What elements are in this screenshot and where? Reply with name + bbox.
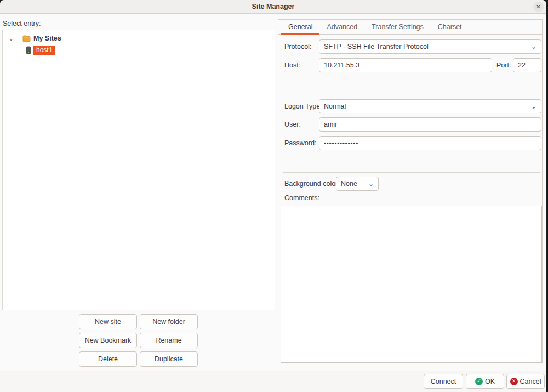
server-icon bbox=[26, 46, 31, 54]
cancel-x-icon: ✕ bbox=[510, 378, 518, 385]
protocol-select-value: SFTP - SSH File Transfer Protocol bbox=[324, 43, 429, 50]
tab-general[interactable]: General bbox=[281, 20, 319, 34]
new-site-button[interactable]: New site bbox=[79, 314, 137, 329]
connect-button[interactable]: Connect bbox=[424, 374, 463, 389]
tab-bar: General Advanced Transfer Settings Chars… bbox=[278, 20, 542, 35]
tree-item-label-my-sites: My Sites bbox=[33, 35, 61, 42]
chevron-down-icon[interactable]: ⌄ bbox=[7, 36, 15, 41]
tab-transfer-settings[interactable]: Transfer Settings bbox=[364, 20, 431, 34]
settings-notebook: General Advanced Transfer Settings Chars… bbox=[278, 19, 543, 363]
new-folder-button[interactable]: New folder bbox=[140, 314, 198, 329]
rename-button[interactable]: Rename bbox=[140, 333, 198, 348]
cancel-button-label: Cancel bbox=[520, 378, 541, 385]
host-input[interactable] bbox=[319, 58, 492, 72]
window-title: Site Manager bbox=[252, 3, 295, 10]
tree-item-label-host1[interactable]: host1 bbox=[33, 46, 55, 55]
background-color-select-value: None bbox=[341, 180, 357, 188]
titlebar: Site Manager ✕ bbox=[0, 0, 546, 14]
chevron-down-icon: ⌄ bbox=[368, 181, 374, 186]
new-bookmark-button[interactable]: New Bookmark bbox=[79, 333, 137, 348]
close-icon[interactable]: ✕ bbox=[533, 2, 544, 12]
tree-item-host1[interactable]: host1 bbox=[26, 45, 275, 55]
user-input[interactable] bbox=[319, 117, 541, 132]
logon-type-select-value: Normal bbox=[324, 103, 346, 110]
user-label: User: bbox=[284, 117, 301, 132]
chevron-down-icon: ⌄ bbox=[531, 104, 536, 109]
ok-button[interactable]: ✓ OK bbox=[466, 374, 504, 389]
footer: Connect ✓ OK ✕ Cancel bbox=[0, 371, 546, 392]
port-input[interactable] bbox=[513, 58, 541, 72]
section-divider bbox=[283, 172, 540, 173]
tab-advanced[interactable]: Advanced bbox=[319, 20, 364, 34]
port-label: Port: bbox=[496, 58, 511, 72]
password-input[interactable] bbox=[319, 136, 541, 150]
section-divider bbox=[283, 95, 540, 95]
comments-textarea[interactable] bbox=[281, 206, 542, 363]
background-color-select[interactable]: None ⌄ bbox=[336, 177, 379, 191]
tab-charset[interactable]: Charset bbox=[431, 20, 469, 34]
site-manager-dialog: Site Manager ✕ Select entry: ⌄ My Sites bbox=[0, 0, 546, 392]
logon-type-select[interactable]: Normal ⌄ bbox=[319, 99, 541, 113]
ok-check-icon: ✓ bbox=[475, 378, 483, 385]
protocol-label: Protocol: bbox=[284, 39, 311, 54]
protocol-select[interactable]: SFTP - SSH File Transfer Protocol ⌄ bbox=[319, 39, 541, 54]
cancel-button[interactable]: ✕ Cancel bbox=[506, 374, 545, 389]
logon-type-label: Logon Type: bbox=[284, 99, 322, 113]
comments-label: Comments: bbox=[284, 192, 319, 203]
tree-item-my-sites[interactable]: ⌄ My Sites bbox=[3, 33, 275, 43]
folder-icon bbox=[22, 35, 31, 42]
select-entry-label: Select entry: bbox=[3, 20, 41, 27]
password-label: Password: bbox=[284, 136, 316, 150]
duplicate-button[interactable]: Duplicate bbox=[140, 351, 198, 367]
site-tree[interactable]: ⌄ My Sites host1 bbox=[2, 30, 275, 310]
delete-button[interactable]: Delete bbox=[79, 351, 137, 367]
chevron-down-icon: ⌄ bbox=[531, 44, 536, 49]
ok-button-label: OK bbox=[485, 378, 495, 385]
host-label: Host: bbox=[284, 58, 300, 72]
background-color-label: Background color: bbox=[284, 177, 340, 191]
site-buttons: New site New folder New Bookmark Rename … bbox=[79, 314, 197, 367]
